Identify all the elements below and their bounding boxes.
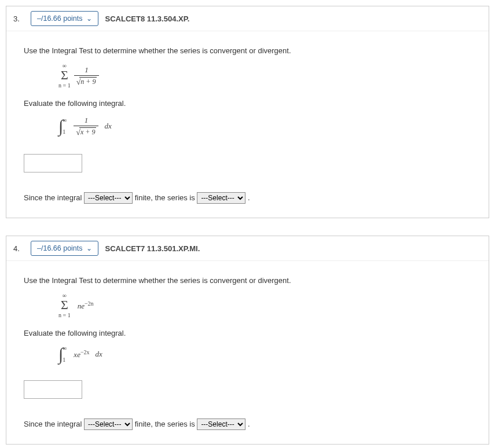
term-exponent: −2n	[85, 300, 94, 307]
convergence-select[interactable]: ---Select---	[197, 192, 245, 204]
integral-upper-limit: ∞	[63, 346, 67, 351]
evaluate-instruction: Evaluate the following integral.	[24, 99, 471, 108]
question-body: Use the Integral Test to determine wheth…	[6, 31, 489, 218]
term: ne−2n	[78, 300, 94, 311]
sqrt-expression: √ x + 9	[76, 127, 96, 137]
integral-expression: ∫ ∞ 1 xe−2x dx	[58, 346, 471, 363]
sentence-part-2: finite, the series is	[135, 420, 195, 428]
integral-answer-input[interactable]	[24, 154, 82, 172]
conclusion-sentence: Since the integral ---Select--- finite, …	[24, 418, 471, 430]
convergence-select[interactable]: ---Select---	[197, 418, 245, 430]
integral-operator: ∫ ∞ 1	[58, 346, 67, 363]
chevron-down-icon: ⌄	[86, 244, 92, 252]
evaluate-instruction: Evaluate the following integral.	[24, 329, 471, 337]
integral-answer-input[interactable]	[24, 380, 82, 399]
question-header: 3. –/16.66 points ⌄ SCALCET8 11.3.504.XP…	[6, 6, 489, 31]
question-block: 3. –/16.66 points ⌄ SCALCET8 11.3.504.XP…	[6, 6, 489, 218]
sigma-icon: Σ	[61, 69, 68, 82]
term-exponent: −2x	[80, 349, 90, 355]
radical-icon: √	[76, 128, 80, 137]
points-label: –/16.66 points	[37, 14, 83, 23]
series-expression: ∞ Σ n = 1 ne−2n	[58, 293, 471, 318]
sqrt-expression: √ n + 9	[76, 77, 97, 86]
sentence-part-1: Since the integral	[24, 420, 82, 428]
differential: dx	[104, 122, 111, 131]
points-button[interactable]: –/16.66 points ⌄	[31, 11, 98, 26]
radicand: x + 9	[79, 127, 96, 137]
term-base: xe	[74, 350, 80, 359]
integral-icon: ∫	[58, 347, 63, 361]
radical-icon: √	[76, 78, 81, 86]
fraction: 1 √ x + 9	[74, 116, 98, 137]
integral-icon: ∫	[58, 119, 63, 133]
sentence-period: .	[248, 193, 250, 202]
question-number: 4.	[13, 244, 24, 253]
integral-expression: ∫ ∞ 1 1 √ x + 9 dx	[58, 116, 471, 137]
question-body: Use the Integral Test to determine wheth…	[6, 261, 489, 444]
question-title: SCALCET8 11.3.504.XP.	[105, 14, 190, 23]
fraction: 1 √ n + 9	[74, 65, 100, 86]
chevron-down-icon: ⌄	[86, 14, 92, 23]
integral-upper-limit: ∞	[63, 117, 67, 123]
points-button[interactable]: –/16.66 points ⌄	[31, 241, 98, 256]
term-base: ne	[78, 302, 85, 310]
sigma-operator: ∞ Σ n = 1	[58, 63, 71, 89]
sentence-period: .	[248, 420, 250, 428]
points-label: –/16.66 points	[37, 244, 83, 252]
integrand: xe−2x	[74, 349, 89, 359]
numerator: 1	[82, 65, 91, 75]
sum-lower-limit: n = 1	[58, 313, 71, 318]
question-header: 4. –/16.66 points ⌄ SCALCET7 11.3.501.XP…	[6, 236, 489, 261]
question-block: 4. –/16.66 points ⌄ SCALCET7 11.3.501.XP…	[6, 236, 489, 445]
differential: dx	[96, 350, 102, 359]
sigma-operator: ∞ Σ n = 1	[58, 293, 71, 318]
question-title: SCALCET7 11.3.501.XP.MI.	[105, 244, 200, 253]
denominator: √ x + 9	[74, 126, 98, 137]
sigma-icon: Σ	[61, 299, 68, 311]
finite-select[interactable]: ---Select---	[84, 192, 133, 204]
instruction-text: Use the Integral Test to determine wheth…	[24, 46, 471, 55]
radicand: n + 9	[79, 77, 97, 86]
question-number: 3.	[13, 14, 24, 23]
series-expression: ∞ Σ n = 1 1 √ n + 9	[58, 63, 471, 89]
numerator: 1	[82, 116, 91, 126]
finite-select[interactable]: ---Select---	[84, 418, 133, 430]
instruction-text: Use the Integral Test to determine wheth…	[24, 276, 471, 285]
denominator: √ n + 9	[74, 75, 100, 86]
sentence-part-1: Since the integral	[24, 193, 82, 202]
integral-operator: ∫ ∞ 1	[58, 117, 67, 135]
sentence-part-2: finite, the series is	[135, 193, 195, 202]
conclusion-sentence: Since the integral ---Select--- finite, …	[24, 192, 471, 204]
sum-lower-limit: n = 1	[58, 83, 71, 89]
